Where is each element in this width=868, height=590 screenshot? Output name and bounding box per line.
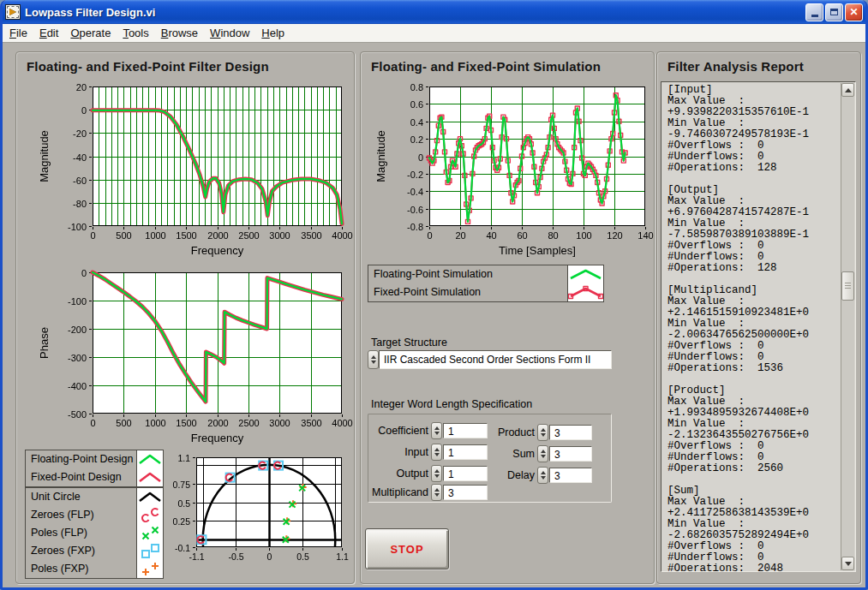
front-panel: Floating- and Fixed-Point Filter Design …: [3, 43, 865, 587]
iwl-panel: Coefficient1Input1Output1Multiplicand3Pr…: [368, 414, 612, 503]
stop-button[interactable]: STOP: [365, 528, 449, 569]
legend-label: Fixed-Point Design: [31, 471, 122, 483]
iwl-control-label: Multiplicand: [368, 486, 428, 498]
legend-sample-swatch: [137, 542, 163, 560]
iwl-sum-field[interactable]: 3: [549, 446, 592, 462]
legend-label: Floating-Point Simulation: [374, 268, 493, 280]
menu-item-operate[interactable]: Operate: [64, 25, 117, 41]
legend-sample-column: [567, 265, 603, 301]
phase-plot: [23, 265, 354, 446]
menu-item-help[interactable]: Help: [255, 25, 290, 41]
iwl-control-label: Output: [368, 468, 428, 480]
iwl-label: Integer Word Length Specification: [371, 398, 532, 410]
arrow-down-icon: [845, 562, 852, 566]
iwl-control-label: Coefficient: [368, 425, 428, 437]
section-title: Floating- and Fixed-Point Filter Design: [27, 59, 269, 74]
legend-label: Poles (FXP): [31, 563, 88, 575]
target-structure-label: Target Structure: [371, 337, 447, 349]
section-title: Floating- and Fixed-Point Simulation: [371, 59, 601, 74]
legend-sample-column: [136, 450, 163, 486]
iwl-product-spinner[interactable]: [537, 424, 548, 441]
scroll-down-button[interactable]: [841, 557, 854, 570]
legend-sample-column: [136, 488, 163, 578]
scrollbar-thumb[interactable]: [841, 271, 854, 301]
maximize-button[interactable]: [825, 3, 843, 21]
legend-label: Poles (FLP): [31, 527, 87, 539]
design-plot-legend: Floating-Point DesignFixed-Point Design: [25, 450, 164, 487]
menu-item-browse[interactable]: Browse: [155, 25, 204, 41]
ring-spinner[interactable]: [368, 350, 379, 369]
title-bar: Lowpass Filter Design.vi ✕: [0, 0, 868, 24]
simulation-plot: [368, 80, 654, 265]
section-filter-design: Floating- and Fixed-Point Filter Design …: [15, 51, 355, 584]
legend-sample-swatch: [568, 265, 603, 283]
menu-bar: FileEditOperateToolsBrowseWindowHelp: [0, 24, 868, 43]
legend-sample-swatch: [137, 488, 163, 506]
legend-label: Zeroes (FLP): [31, 509, 94, 521]
menu-item-edit[interactable]: Edit: [33, 25, 64, 41]
section-analysis-report: Filter Analysis Report [Input] Max Value…: [656, 51, 861, 584]
iwl-product-field[interactable]: 3: [549, 425, 592, 440]
iwl-delay-spinner[interactable]: [537, 467, 548, 484]
section-simulation: Floating- and Fixed-Point Simulation Flo…: [360, 51, 655, 584]
iwl-control-label: Delay: [480, 469, 535, 481]
report-text: [Input] Max Value : +9.9398220315357610E…: [661, 82, 855, 572]
iwl-delay-field[interactable]: 3: [549, 468, 592, 483]
legend-sample-swatch: [137, 524, 163, 542]
filter-analysis-report: [Input] Max Value : +9.9398220315357610E…: [661, 81, 856, 572]
legend-label: Floating-Point Design: [31, 453, 134, 465]
simulation-legend: Floating-Point SimulationFixed-Point Sim…: [368, 265, 604, 302]
iwl-coefficient-spinner[interactable]: [431, 422, 442, 439]
close-button[interactable]: ✕: [845, 3, 863, 21]
stop-button-label: STOP: [390, 543, 423, 556]
pole-zero-plot: [169, 450, 356, 578]
window-title: Lowpass Filter Design.vi: [25, 6, 805, 19]
legend-sample-swatch: [137, 560, 163, 578]
arrow-up-icon: [845, 88, 852, 92]
legend-sample-swatch: [137, 468, 163, 486]
minimize-button[interactable]: [805, 3, 823, 21]
vi-window: Lowpass Filter Design.vi ✕ FileEditOpera…: [0, 0, 868, 590]
iwl-output-spinner[interactable]: [431, 465, 442, 482]
menu-item-file[interactable]: File: [3, 25, 33, 41]
pole-zero-legend: Unit CircleZeroes (FLP)Poles (FLP)Zeroes…: [25, 487, 164, 579]
report-scrollbar[interactable]: [841, 83, 854, 570]
legend-label: Unit Circle: [31, 491, 81, 503]
legend-label: Fixed-Point Simulation: [374, 286, 481, 298]
legend-sample-swatch: [137, 506, 163, 524]
target-structure-ring[interactable]: IIR Cascaded Second Order Sections Form …: [368, 350, 612, 369]
iwl-control-label: Sum: [480, 448, 535, 460]
iwl-sum-spinner[interactable]: [537, 445, 548, 462]
legend-sample-swatch: [568, 283, 603, 301]
iwl-control-label: Input: [368, 446, 428, 458]
menu-item-window[interactable]: Window: [204, 25, 255, 41]
iwl-multiplicand-field[interactable]: 3: [443, 485, 488, 500]
section-title: Filter Analysis Report: [667, 59, 804, 74]
iwl-multiplicand-spinner[interactable]: [431, 484, 442, 501]
iwl-control-label: Product: [480, 426, 535, 438]
target-structure-value[interactable]: IIR Cascaded Second Order Sections Form …: [379, 350, 612, 369]
magnitude-plot: [23, 80, 354, 265]
legend-sample-swatch: [137, 450, 163, 468]
scroll-up-button[interactable]: [841, 83, 854, 97]
iwl-input-spinner[interactable]: [431, 444, 442, 461]
labview-vi-icon: [5, 4, 21, 20]
legend-label: Zeroes (FXP): [31, 545, 95, 557]
menu-item-tools[interactable]: Tools: [117, 25, 154, 41]
